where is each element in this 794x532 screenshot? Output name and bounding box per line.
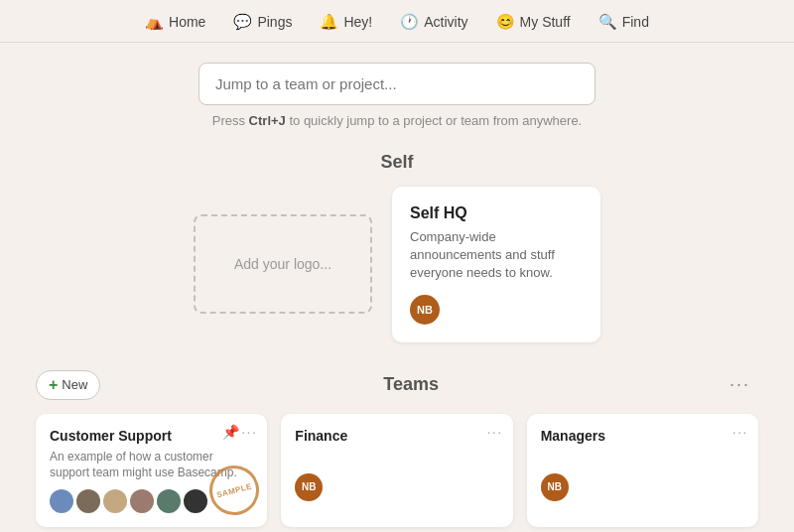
- hint-shortcut: Ctrl+J: [249, 113, 286, 128]
- team-title-finance: Finance: [295, 428, 498, 444]
- card-menu-customer-support[interactable]: ···: [241, 424, 257, 440]
- team-card-customer-support[interactable]: 📌 ··· Customer Support An example of how…: [36, 414, 267, 528]
- team-card-finance[interactable]: ··· Finance NB: [281, 414, 512, 528]
- new-team-button[interactable]: + New: [36, 370, 100, 400]
- avatar-4: [130, 489, 154, 513]
- avatar-5: [157, 489, 181, 513]
- hint-suffix: to quickly jump to a project or team fro…: [286, 113, 582, 128]
- home-icon: ⛺: [145, 13, 164, 31]
- nav-item-pings[interactable]: 💬 Pings: [223, 8, 302, 36]
- search-input[interactable]: [198, 63, 596, 105]
- avatar-1: [50, 489, 73, 513]
- self-hq-card[interactable]: Self HQ Company-wide announcements and s…: [392, 187, 600, 342]
- finance-avatar: NB: [295, 473, 323, 501]
- managers-avatar: NB: [541, 473, 569, 501]
- top-navigation: ⛺ Home 💬 Pings 🔔 Hey! 🕐 Activity 😊 My St…: [0, 0, 794, 43]
- pin-icon: 📌: [222, 424, 239, 440]
- plus-icon: +: [49, 376, 58, 394]
- mystuff-icon: 😊: [496, 13, 515, 31]
- avatar-2: [76, 489, 100, 513]
- nav-item-mystuff[interactable]: 😊 My Stuff: [486, 8, 581, 36]
- nav-label-home: Home: [169, 14, 205, 30]
- nav-label-find: Find: [622, 14, 649, 30]
- nav-label-activity: Activity: [424, 14, 467, 30]
- hint-prefix: Press: [212, 113, 249, 128]
- find-icon: 🔍: [598, 13, 617, 31]
- self-section-title: Self: [36, 152, 758, 173]
- team-title-managers: Managers: [541, 428, 744, 444]
- logo-placeholder[interactable]: Add your logo...: [194, 214, 372, 314]
- self-hq-title: Self HQ: [410, 204, 583, 222]
- teams-section-title: Teams: [383, 374, 439, 395]
- avatar-3: [103, 489, 127, 513]
- nav-item-activity[interactable]: 🕐 Activity: [390, 8, 477, 36]
- self-hq-description: Company-wide announcements and stuff eve…: [410, 228, 583, 283]
- card-menu-finance[interactable]: ···: [486, 424, 502, 440]
- pings-icon: 💬: [233, 13, 252, 31]
- nav-item-find[interactable]: 🔍 Find: [589, 8, 659, 36]
- card-menu-managers[interactable]: ···: [732, 424, 748, 440]
- nav-label-pings: Pings: [257, 14, 292, 30]
- main-content: Press Ctrl+J to quickly jump to a projec…: [20, 43, 774, 532]
- teams-more-button[interactable]: ···: [722, 370, 758, 399]
- teams-header: + New Teams ···: [36, 370, 758, 400]
- nav-item-home[interactable]: ⛺ Home: [135, 8, 215, 36]
- nav-label-hey: Hey!: [343, 14, 372, 30]
- teams-section: + New Teams ··· 📌 ··· Customer Support A…: [36, 370, 758, 532]
- hey-icon: 🔔: [320, 13, 338, 31]
- search-container: Press Ctrl+J to quickly jump to a projec…: [36, 63, 758, 128]
- activity-icon: 🕐: [400, 13, 419, 31]
- self-section-content: Add your logo... Self HQ Company-wide an…: [36, 187, 758, 342]
- self-section: Self Add your logo... Self HQ Company-wi…: [36, 152, 758, 342]
- avatar-6: [184, 489, 207, 513]
- team-card-managers[interactable]: ··· Managers NB: [527, 414, 758, 528]
- teams-grid: 📌 ··· Customer Support An example of how…: [36, 414, 758, 532]
- self-hq-avatar: NB: [410, 295, 440, 325]
- nav-item-hey[interactable]: 🔔 Hey!: [310, 8, 382, 36]
- nav-label-mystuff: My Stuff: [520, 14, 571, 30]
- search-hint: Press Ctrl+J to quickly jump to a projec…: [212, 113, 582, 128]
